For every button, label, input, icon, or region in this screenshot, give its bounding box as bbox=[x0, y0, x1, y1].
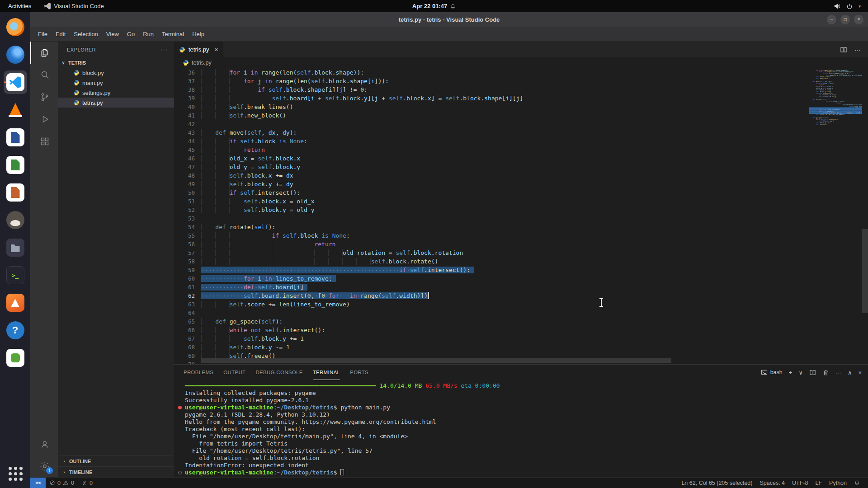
code-line-62[interactable]: 62············self.board.insert(0,·[0·fo… bbox=[174, 291, 809, 300]
code-line-60[interactable]: 60············for·i·in·lines_to_remove: bbox=[174, 274, 809, 283]
code-line-53[interactable]: 53 bbox=[174, 214, 809, 223]
activities-button[interactable]: Activities bbox=[0, 0, 39, 12]
code-line-45[interactable]: 45 return bbox=[174, 145, 809, 154]
dock-item-show-apps[interactable] bbox=[4, 462, 27, 485]
code-line-61[interactable]: 61············del·self.board[i] bbox=[174, 283, 809, 291]
source-control-view-button[interactable] bbox=[30, 86, 58, 108]
split-editor-icon[interactable] bbox=[840, 46, 847, 53]
minimize-button[interactable]: ─ bbox=[827, 15, 836, 24]
code-line-63[interactable]: 63 self.score += len(lines_to_remove) bbox=[174, 300, 809, 309]
code-line-51[interactable]: 51 self.block.x = old_x bbox=[174, 197, 809, 206]
run-debug-view-button[interactable] bbox=[30, 108, 58, 130]
language-mode[interactable]: Python bbox=[826, 480, 850, 486]
clock[interactable]: Apr 22 01:47 bbox=[412, 3, 456, 9]
file-block.py[interactable]: block.py bbox=[58, 68, 174, 78]
code-line-46[interactable]: 46 old_x = self.block.x bbox=[174, 154, 809, 163]
encoding-setting[interactable]: UTF-8 bbox=[788, 480, 811, 486]
code-editor[interactable]: 36 for i in range(len(self.block.shape))… bbox=[174, 68, 868, 364]
panel-tab-output[interactable]: OUTPUT bbox=[223, 365, 245, 380]
dock-item-firefox[interactable] bbox=[4, 15, 27, 39]
explorer-more-actions-icon[interactable]: ··· bbox=[160, 46, 168, 53]
dock-item-terminal[interactable]: >_ bbox=[4, 263, 27, 287]
panel-tab-terminal[interactable]: TERMINAL bbox=[313, 365, 340, 380]
code-line-36[interactable]: 36 for i in range(len(self.block.shape))… bbox=[174, 68, 809, 77]
code-line-54[interactable]: 54 def rotate(self): bbox=[174, 223, 809, 231]
maximize-button[interactable]: □ bbox=[840, 15, 850, 24]
menu-edit[interactable]: Edit bbox=[52, 27, 70, 41]
focused-app-menu[interactable]: Visual Studio Code bbox=[44, 3, 104, 9]
code-line-47[interactable]: 47 old_y = self.block.y bbox=[174, 163, 809, 171]
dock-item-files[interactable] bbox=[4, 236, 27, 259]
window-titlebar[interactable]: tetris.py - tetris - Visual Studio Code … bbox=[30, 12, 868, 27]
code-line-39[interactable]: 39 self.board[i + self.block.y][j + self… bbox=[174, 94, 809, 103]
eol-setting[interactable]: LF bbox=[811, 480, 826, 486]
panel-tab-problems[interactable]: PROBLEMS bbox=[184, 365, 213, 380]
extensions-view-button[interactable] bbox=[30, 130, 58, 152]
search-view-button[interactable] bbox=[30, 64, 58, 86]
remote-indicator[interactable]: >< bbox=[30, 478, 46, 488]
kill-terminal-icon[interactable] bbox=[822, 369, 829, 376]
dock-item-impress[interactable] bbox=[4, 181, 27, 204]
horizontal-scrollbar[interactable] bbox=[201, 358, 671, 363]
code-line-42[interactable]: 42 bbox=[174, 120, 809, 128]
panel-close-icon[interactable]: × bbox=[858, 369, 862, 376]
code-line-56[interactable]: 56 return bbox=[174, 240, 809, 249]
code-line-57[interactable]: 57 old_rotation = self.block.rotation bbox=[174, 249, 809, 257]
code-line-68[interactable]: 68 self.block.y -= 1 bbox=[174, 343, 809, 352]
code-line-38[interactable]: 38 if self.block.shape[i][j] != 0: bbox=[174, 85, 809, 94]
menu-help[interactable]: Help bbox=[188, 27, 208, 41]
terminal-instance-bash[interactable]: bash bbox=[761, 369, 783, 376]
dock-item-thunderbird[interactable] bbox=[4, 43, 27, 66]
dock-item-green[interactable] bbox=[4, 346, 27, 370]
dock-item-vscode[interactable] bbox=[4, 70, 27, 94]
minimap[interactable]: for i in range(len(self.block.shape)): f… bbox=[809, 68, 862, 364]
panel-maximize-icon[interactable]: ∧ bbox=[848, 369, 852, 376]
settings-gear-button[interactable]: 1 bbox=[30, 455, 58, 477]
menu-view[interactable]: View bbox=[102, 27, 123, 41]
code-line-55[interactable]: 55 if self.block is None: bbox=[174, 231, 809, 240]
outline-section[interactable]: › OUTLINE bbox=[58, 455, 174, 466]
split-terminal-icon[interactable] bbox=[809, 369, 816, 376]
code-line-67[interactable]: 67 self.block.y += 1 bbox=[174, 334, 809, 343]
file-main.py[interactable]: main.py bbox=[58, 78, 174, 88]
terminal[interactable]: ━━━━━━━━━━━━━━━━━━━━━━━━━━━━━━━━━━━━━━━━… bbox=[174, 380, 868, 477]
code-line-48[interactable]: 48 self.block.x += dx bbox=[174, 171, 809, 180]
menu-go[interactable]: Go bbox=[123, 27, 139, 41]
tab-tetris-py[interactable]: tetris.py × bbox=[174, 42, 223, 57]
code-line-40[interactable]: 40 self.break_lines() bbox=[174, 103, 809, 111]
menu-terminal[interactable]: Terminal bbox=[158, 27, 188, 41]
menu-run[interactable]: Run bbox=[139, 27, 158, 41]
panel-tab-ports[interactable]: PORTS bbox=[350, 365, 368, 380]
code-line-52[interactable]: 52 self.block.y = old_y bbox=[174, 206, 809, 214]
accounts-button[interactable] bbox=[30, 433, 58, 455]
breadcrumb[interactable]: tetris.py bbox=[174, 57, 868, 68]
problems-status[interactable]: 0 0 bbox=[46, 478, 78, 488]
close-button[interactable]: × bbox=[854, 15, 863, 24]
menu-file[interactable]: File bbox=[34, 27, 52, 41]
editor-more-actions-icon[interactable]: ··· bbox=[854, 46, 861, 53]
code-line-41[interactable]: 41 self.new_block() bbox=[174, 111, 809, 120]
code-line-59[interactable]: 59······································… bbox=[174, 266, 809, 274]
code-line-65[interactable]: 65 def go_space(self): bbox=[174, 317, 809, 326]
notifications-button[interactable] bbox=[850, 480, 863, 486]
tab-close-icon[interactable]: × bbox=[215, 46, 218, 53]
timeline-section[interactable]: › TIMELINE bbox=[58, 466, 174, 477]
dock-item-gimp[interactable] bbox=[4, 208, 27, 232]
new-terminal-button[interactable]: + bbox=[789, 369, 793, 376]
dock-item-writer[interactable] bbox=[4, 126, 27, 149]
panel-more-actions-icon[interactable]: ··· bbox=[835, 369, 841, 376]
file-settings.py[interactable]: settings.py bbox=[58, 88, 174, 98]
code-line-43[interactable]: 43 def move(self, dx, dy): bbox=[174, 128, 809, 137]
cursor-position[interactable]: Ln 62, Col 65 (205 selected) bbox=[678, 480, 756, 486]
code-line-44[interactable]: 44 if self.block is None: bbox=[174, 137, 809, 145]
indentation-setting[interactable]: Spaces: 4 bbox=[756, 480, 788, 486]
code-line-58[interactable]: 58 self.block.rotate() bbox=[174, 257, 809, 266]
ports-status[interactable]: 0 bbox=[78, 478, 96, 488]
code-line-37[interactable]: 37 for j in range(len(self.block.shape[i… bbox=[174, 77, 809, 85]
explorer-view-button[interactable] bbox=[30, 42, 58, 64]
menu-selection[interactable]: Selection bbox=[70, 27, 102, 41]
terminal-dropdown-icon[interactable]: ∨ bbox=[798, 369, 803, 376]
code-line-49[interactable]: 49 self.block.y += dy bbox=[174, 180, 809, 188]
code-line-50[interactable]: 50 if self.intersect(): bbox=[174, 188, 809, 197]
dock-item-software[interactable] bbox=[4, 291, 27, 314]
